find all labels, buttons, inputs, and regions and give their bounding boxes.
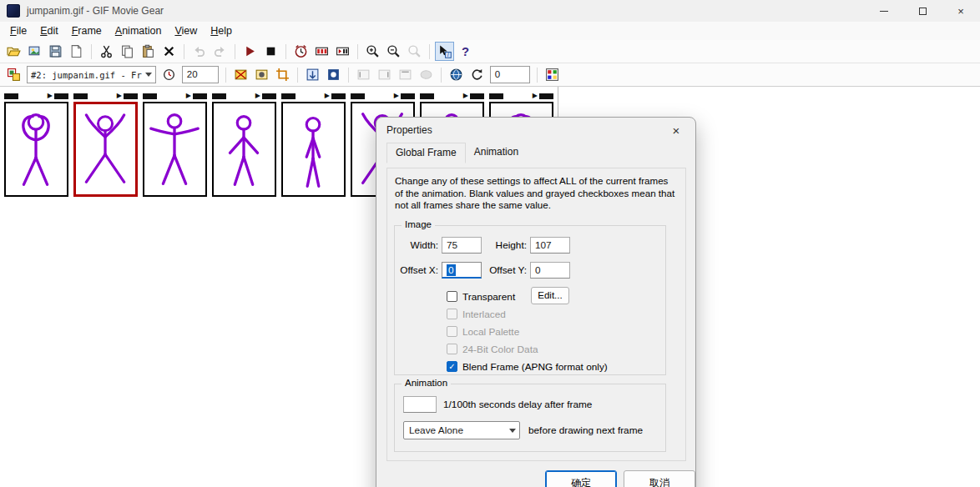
- frame-selector[interactable]: #2: jumpanim.gif - Fr: [27, 66, 156, 83]
- checkbox-label: Blend Frame (APNG format only): [462, 361, 608, 373]
- checkbox-blend-frame-apng-format-only[interactable]: ✓Blend Frame (APNG format only): [447, 358, 608, 375]
- flatten-icon[interactable]: [417, 65, 436, 84]
- preview-browser-icon[interactable]: [447, 65, 466, 84]
- cut-icon[interactable]: [97, 42, 116, 61]
- loop-count-input[interactable]: 0: [490, 66, 530, 83]
- offset-x-input[interactable]: 0: [442, 262, 482, 279]
- toolbar-separator: [285, 44, 286, 59]
- menu-animation[interactable]: Animation: [109, 23, 169, 38]
- checkbox-transparent[interactable]: Transparent: [447, 288, 608, 305]
- menu-edit[interactable]: Edit: [33, 23, 65, 38]
- align-top-icon[interactable]: [396, 65, 415, 84]
- checkbox-label: Local Palette: [462, 326, 519, 338]
- checkbox-24-bit-color-data[interactable]: 24-Bit Color Data: [447, 340, 608, 358]
- svg-text:?: ?: [462, 45, 469, 58]
- import-image-icon[interactable]: [25, 42, 44, 61]
- pointer-info-icon[interactable]: i: [435, 42, 454, 61]
- menu-file[interactable]: File: [3, 23, 33, 38]
- delete-frame-icon[interactable]: [159, 42, 179, 61]
- unchecked-checkbox-icon[interactable]: [447, 326, 457, 337]
- frame-marker-icon: ▶: [325, 92, 330, 100]
- filmstrip-play-icon[interactable]: [333, 42, 352, 61]
- help-icon[interactable]: ?: [456, 42, 475, 61]
- new-document-icon[interactable]: [67, 42, 86, 61]
- frame-delay-input[interactable]: 20: [182, 66, 219, 83]
- zoom-reset-icon[interactable]: [405, 42, 424, 61]
- frame-delay-icon[interactable]: [159, 65, 179, 84]
- copy-icon[interactable]: [118, 42, 137, 61]
- loop-count-icon[interactable]: [467, 65, 487, 84]
- close-icon: ×: [957, 5, 964, 18]
- frame-thumbnail-5[interactable]: [281, 102, 346, 197]
- transparency-icon[interactable]: [231, 65, 250, 84]
- menu-help[interactable]: Help: [204, 23, 239, 38]
- width-input[interactable]: 75: [442, 237, 482, 254]
- frame-marker-icon: ▶: [255, 92, 260, 100]
- sprocket-bar: [420, 93, 434, 99]
- redo-icon[interactable]: [210, 42, 230, 61]
- minimize-button[interactable]: [865, 0, 903, 22]
- tab-global-frame[interactable]: Global Frame: [386, 143, 466, 163]
- dialog-close-icon[interactable]: ×: [667, 123, 685, 138]
- unchecked-checkbox-icon[interactable]: [447, 291, 457, 302]
- unchecked-checkbox-icon[interactable]: [447, 344, 457, 354]
- mask-icon[interactable]: [252, 65, 271, 84]
- save-icon[interactable]: [46, 42, 65, 61]
- sprocket-bar: [281, 93, 296, 99]
- checkbox-interlaced[interactable]: Interlaced: [447, 305, 608, 323]
- offset-y-label: Offset Y:: [488, 264, 527, 276]
- zoom-out-icon[interactable]: [384, 42, 403, 61]
- ok-button[interactable]: 确定: [545, 470, 617, 487]
- checkbox-local-palette[interactable]: Local Palette: [447, 323, 608, 340]
- frame-properties-icon[interactable]: [4, 65, 23, 84]
- filmstrip-red-icon[interactable]: [312, 42, 331, 61]
- frame-delay-field[interactable]: [403, 396, 437, 413]
- play-animation-icon[interactable]: [240, 42, 260, 61]
- sprocket-bar: [193, 93, 207, 99]
- cancel-button[interactable]: 取消: [624, 470, 695, 487]
- frame-thumbnail-3[interactable]: [143, 102, 207, 197]
- paste-icon[interactable]: [139, 42, 158, 61]
- frame-thumbnail-1[interactable]: [4, 102, 68, 197]
- sprocket-row: ▶: [351, 92, 415, 100]
- dialog-tabs: Global Frame Animation: [386, 143, 695, 163]
- move-frame-icon[interactable]: [303, 65, 322, 84]
- zoom-in-icon[interactable]: [363, 42, 382, 61]
- window-title: jumpanim.gif - GIF Movie Gear: [27, 5, 164, 17]
- disposal-select-value: Leave Alone: [409, 424, 463, 436]
- menu-frame[interactable]: Frame: [65, 23, 109, 38]
- align-right-icon[interactable]: [375, 65, 394, 84]
- frame-marker-icon: ▶: [533, 92, 538, 100]
- toolbar-separator: [348, 68, 349, 83]
- menu-view[interactable]: View: [168, 23, 204, 38]
- dialog-titlebar: Properties ×: [376, 118, 695, 143]
- frame-thumbnail-4[interactable]: [212, 102, 276, 197]
- maximize-button[interactable]: [903, 0, 942, 22]
- sprocket-row: ▶: [73, 92, 138, 100]
- sprocket-bar: [212, 93, 226, 99]
- crop-icon[interactable]: [273, 65, 292, 84]
- sprocket-bar: [262, 93, 276, 99]
- disposal-select[interactable]: Leave Alone: [403, 421, 520, 439]
- palette-editor-icon[interactable]: [543, 65, 562, 84]
- preview-timing-icon[interactable]: [291, 42, 311, 61]
- height-input[interactable]: 107: [530, 237, 570, 254]
- stop-animation-icon[interactable]: [261, 42, 280, 61]
- unchecked-checkbox-icon[interactable]: [447, 309, 457, 319]
- toolbar-separator: [225, 68, 226, 83]
- edit-transparency-button[interactable]: Edit...: [531, 287, 569, 304]
- close-button[interactable]: ×: [942, 0, 980, 22]
- sprocket-bar: [351, 93, 365, 99]
- undo-icon[interactable]: [189, 42, 209, 61]
- chevron-down-icon: [145, 73, 152, 77]
- tab-animation[interactable]: Animation: [466, 143, 527, 163]
- open-file-icon[interactable]: [4, 42, 23, 61]
- align-left-icon[interactable]: [354, 65, 373, 84]
- image-group: Image Width: 75 Height: 107 Offset X: 0 …: [394, 225, 666, 375]
- offset-y-input[interactable]: 0: [530, 262, 570, 279]
- checked-checkbox-icon[interactable]: ✓: [447, 361, 457, 372]
- center-frame-icon[interactable]: [324, 65, 343, 84]
- toolbar-separator: [441, 68, 442, 83]
- frame-marker-icon: ▶: [463, 92, 468, 100]
- frame-thumbnail-2[interactable]: [73, 102, 138, 197]
